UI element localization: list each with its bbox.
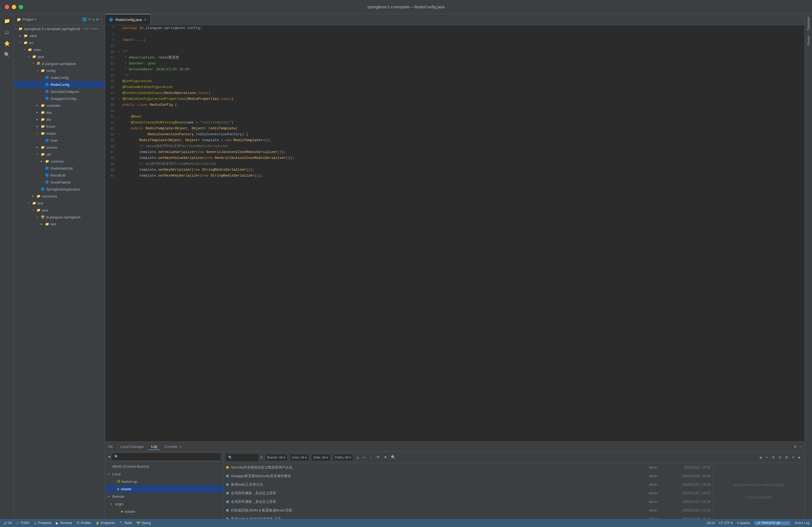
status-git[interactable]: ⎇ Git xyxy=(3,521,12,525)
panel-settings-icon[interactable]: ⚙ xyxy=(794,445,796,449)
minimize-panel-icon[interactable]: — xyxy=(100,17,102,22)
tree-item-snowflakeid[interactable]: 🔵 SnowFlakeId xyxy=(14,179,105,186)
tree-item-user[interactable]: 🔵 User xyxy=(14,137,105,144)
bottom-tab-log[interactable]: Log xyxy=(148,443,160,450)
git-tree-local[interactable]: ▾ Local xyxy=(105,470,223,478)
git-log-row-1[interactable]: Security安全模块自定义数据库用户认证 abner 2020/12/2, … xyxy=(223,463,713,472)
tree-item-test-pkg[interactable]: ▾ 📦 jh.jianguan.springboot xyxy=(14,214,105,221)
tree-item-controller[interactable]: ▶ 📁 controller xyxy=(14,102,105,109)
git-refresh-icon[interactable]: ↻ xyxy=(356,454,360,460)
paths-filter[interactable]: Paths: All ▾ xyxy=(333,454,353,461)
tree-item-src[interactable]: ▾ 📁 src xyxy=(14,39,105,46)
status-encoding[interactable]: LF UTF-8 xyxy=(719,521,733,525)
git-tree-master[interactable]: ★ master xyxy=(105,485,223,493)
tree-item-main[interactable]: ▾ 📁 main xyxy=(14,46,105,53)
tree-item-redisconfig[interactable]: 🔵 RedisConfig xyxy=(14,81,105,88)
status-profiler[interactable]: ⏱ Profiler xyxy=(76,521,91,525)
tree-item-test-test[interactable]: ▶ 📁 test xyxy=(14,221,105,228)
activity-favorites-icon[interactable]: ⭐ xyxy=(2,39,12,48)
git-log-row-2[interactable]: Swagger新页面&Security安全模块整合 abner 2020/11/… xyxy=(223,472,713,480)
status-spring[interactable]: 🌱 Spring xyxy=(136,521,151,525)
git-columns-icon[interactable]: ⊠ xyxy=(784,454,789,460)
git-tree-feature-gc[interactable]: 🌿 feature-gc xyxy=(105,478,223,485)
tree-item-common[interactable]: ▶ 📁 common xyxy=(14,158,105,165)
git-flag-icon[interactable]: ⚑ xyxy=(383,454,388,460)
git-filter2-icon[interactable]: ⊟ xyxy=(778,454,782,460)
activity-search-icon[interactable]: 🔍 xyxy=(2,50,12,60)
tree-item-enum[interactable]: ▶ 📁 Enum xyxy=(14,123,105,130)
globe-icon[interactable]: 🌐 xyxy=(82,17,87,22)
git-down-icon[interactable]: ↓ xyxy=(369,455,373,460)
status-endpoints[interactable]: ⚡ Endpoints xyxy=(95,521,115,525)
arrows-icon[interactable]: ⇆ xyxy=(92,17,95,22)
settings-icon[interactable]: ⚙ xyxy=(96,17,98,22)
activity-project-icon[interactable]: 📁 xyxy=(2,16,12,26)
git-undo-icon[interactable]: ↩ xyxy=(362,454,366,460)
tree-item-dto[interactable]: ▶ 📁 dto xyxy=(14,116,105,123)
tree-item-test-main[interactable]: ▾ 📁 test xyxy=(14,200,105,207)
tree-item-root[interactable]: ▾ 📁 springboot-2.x-template [springboot]… xyxy=(14,25,105,32)
tree-item-security[interactable]: 🔵 SecurityConfigurer xyxy=(14,88,105,95)
tree-item-config[interactable]: ▾ 📁 config xyxy=(14,67,105,74)
editor-tab-redisconfig[interactable]: 🔵 RedisConfig.java ✕ xyxy=(105,14,150,25)
git-log-search[interactable] xyxy=(226,454,258,461)
git-log-row-3[interactable]: 新增redis工具类方法 abner 2020/11/27, 16:23 xyxy=(223,480,713,489)
bottom-tab-console[interactable]: Console ✕ xyxy=(161,443,185,450)
console-close-icon[interactable]: ✕ xyxy=(179,446,182,448)
git-tree-remote[interactable]: ▾ Remote xyxy=(105,493,223,500)
git-tree-origin[interactable]: ▾ origin xyxy=(105,500,223,508)
tree-item-model[interactable]: ▾ 📁 model xyxy=(14,130,105,137)
tree-item-jedisconfig[interactable]: 🔵 JedisConfig xyxy=(14,74,105,81)
git-more-icon[interactable]: ≡ xyxy=(791,455,795,460)
status-indent[interactable]: 4 spaces xyxy=(737,521,750,525)
maximize-button[interactable] xyxy=(19,5,23,9)
git-eye-icon[interactable]: 👁 xyxy=(375,455,381,460)
git-redo-icon[interactable]: ↷ xyxy=(765,454,769,460)
tree-item-test-java[interactable]: ▾ 📁 java xyxy=(14,207,105,214)
dropdown-arrow[interactable]: ▾ xyxy=(35,18,37,21)
status-terminal[interactable]: ▶ Terminal xyxy=(56,521,72,525)
sidebar-database-label[interactable]: Database xyxy=(807,14,810,33)
tree-item-swagger[interactable]: 🔵 Swagger2Config xyxy=(14,95,105,102)
tree-item-util[interactable]: ▾ 📁 util xyxy=(14,151,105,158)
tree-item-redishashutil[interactable]: 🔵 RedisHashUtil xyxy=(14,165,105,172)
tree-item-dao[interactable]: ▶ 📁 dao xyxy=(14,109,105,116)
git-log-row-6[interactable]: 封装返回值JSON & 配置集成Druid 页面 abner 2020/11/2… xyxy=(223,506,713,515)
tree-item-resultutil[interactable]: 🔵 ResultUtil xyxy=(14,172,105,179)
tree-item-springbootapp[interactable]: 🔵 SpringbootApplication xyxy=(14,186,105,193)
git-chevron-icon[interactable]: ▶ xyxy=(798,454,802,460)
status-build[interactable]: 🔨 Build xyxy=(119,521,132,525)
user-filter[interactable]: User: All ▾ xyxy=(290,454,309,461)
git-back-icon[interactable]: ◀ xyxy=(108,454,110,459)
window-controls[interactable] xyxy=(5,5,23,9)
date-filter[interactable]: Date: All ▾ xyxy=(311,454,331,461)
git-left-icon[interactable]: ◀ xyxy=(758,454,762,460)
activity-structure-icon[interactable]: 🗂 xyxy=(2,27,12,37)
git-log-row-5[interactable]: 全局异常捕获，及自定义异常 abner 2020/11/27, 15:33 xyxy=(223,497,713,506)
git-log-row-4[interactable]: 全局异常捕获，及自定义异常 abner 2020/11/27, 15:57 xyxy=(223,489,713,497)
status-event-log[interactable]: Event Log xyxy=(795,521,809,525)
tree-item-service[interactable]: ▶ 📁 service xyxy=(14,144,105,151)
panel-minimize-icon[interactable]: — xyxy=(800,445,802,449)
tree-item-idea[interactable]: ▶ 📁 .idea xyxy=(14,32,105,39)
tree-item-resources[interactable]: ▶ 📁 resources xyxy=(14,193,105,200)
status-todo[interactable]: ✓ TODO xyxy=(16,521,29,525)
git-grid-icon[interactable]: ⊞ xyxy=(771,454,775,460)
git-log-row-7[interactable]: 集成redis & POST方式接参【2】 abner 2020/11/26, … xyxy=(223,515,713,519)
git-tree-remote-master[interactable]: ★ master xyxy=(105,508,223,515)
sidebar-maven-label[interactable]: Maven xyxy=(807,33,810,48)
branch-filter[interactable]: Branch: All ▾ xyxy=(265,454,288,461)
tree-item-pkg[interactable]: ▾ 📦 jh.jianguan.springboot xyxy=(14,60,105,67)
git-log-settings-icon[interactable]: ⚙ xyxy=(260,455,263,460)
status-branch-badge[interactable]: ⎇ feature-gc-... xyxy=(754,521,791,525)
git-search-input[interactable] xyxy=(112,453,220,460)
close-button[interactable] xyxy=(5,5,9,9)
git-search2-icon[interactable]: 🔍 xyxy=(390,454,396,460)
code-editor[interactable]: 1 package jh.jianguan.springboot.config;… xyxy=(105,25,804,441)
minimize-button[interactable] xyxy=(12,5,16,9)
bottom-tab-local-changes[interactable]: Local Changes xyxy=(117,443,147,450)
status-problems[interactable]: ⚠ Problems xyxy=(34,521,52,525)
tab-close-button[interactable]: ✕ xyxy=(144,18,146,21)
status-position[interactable]: 29:14 xyxy=(707,521,715,525)
tree-item-java[interactable]: ▾ 📁 java xyxy=(14,53,105,60)
